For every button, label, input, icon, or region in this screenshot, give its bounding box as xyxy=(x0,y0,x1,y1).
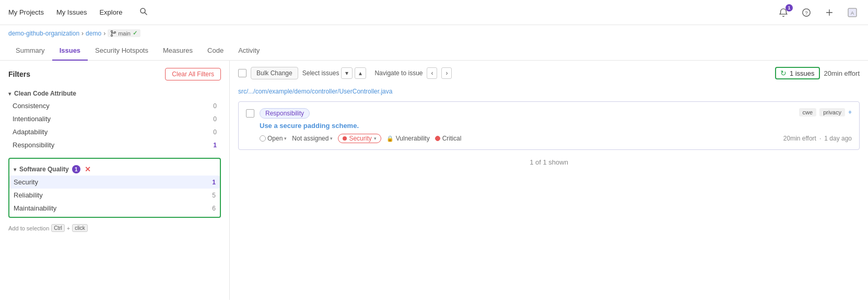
issue-checkbox[interactable] xyxy=(246,109,254,118)
navigate-label: Navigate to issue xyxy=(374,69,423,77)
user-avatar[interactable]: A xyxy=(845,5,860,20)
clean-code-section-label: Clean Code Attribute xyxy=(14,90,76,97)
issue-meta: Open ▾ Not assigned ▾ Security ▾ 🔒 Vulne… xyxy=(246,134,852,143)
issue-meta-right: 20min effort · 1 day ago xyxy=(783,135,852,142)
filter-item-label: Security xyxy=(14,178,38,186)
issue-card-top: Responsibility cwe privacy + xyxy=(246,108,852,119)
status-dot-icon xyxy=(260,135,266,142)
issue-vulnerability: 🔒 Vulnerability xyxy=(386,135,430,142)
click-key: click xyxy=(72,224,87,232)
filter-item-label: Maintainability xyxy=(14,204,56,212)
severity-label: Critical xyxy=(442,135,462,142)
filter-item-count: 1 xyxy=(212,179,216,186)
tab-summary[interactable]: Summary xyxy=(8,41,52,61)
filter-item-count: 6 xyxy=(212,205,216,212)
software-quality-section-label: Software Quality xyxy=(19,166,69,173)
nav-my-projects[interactable]: My Projects xyxy=(8,8,44,16)
issue-title[interactable]: Use a secure padding scheme. xyxy=(246,122,852,130)
filters-title: Filters xyxy=(8,70,30,78)
select-up-button[interactable]: ▴ xyxy=(355,67,366,79)
content-area: Bulk Change Select issues ▾ ▴ Navigate t… xyxy=(230,61,868,300)
filter-item-consistency[interactable]: Consistency 0 xyxy=(8,99,221,112)
issue-status[interactable]: Open ▾ xyxy=(260,135,287,142)
issue-card: Responsibility cwe privacy + Use a secur… xyxy=(238,101,860,150)
breadcrumb: demo-github-organization › demo › main ✓ xyxy=(0,25,868,41)
top-nav-left: My Projects My Issues Explore xyxy=(8,7,148,17)
select-all-checkbox[interactable] xyxy=(238,69,247,77)
filter-item-responsibility[interactable]: Responsibility 1 xyxy=(8,138,221,152)
notification-count: 1 xyxy=(785,4,793,11)
issue-security-badge[interactable]: Security ▾ xyxy=(338,134,381,143)
issue-tags-right: cwe privacy + xyxy=(799,108,852,116)
bulk-change-button[interactable]: Bulk Change xyxy=(251,67,298,79)
filter-item-label: Reliability xyxy=(14,191,43,199)
filter-item-label: Adaptability xyxy=(13,128,48,136)
svg-line-1 xyxy=(145,13,147,15)
issue-responsibility-tag[interactable]: Responsibility xyxy=(260,108,310,119)
tab-code[interactable]: Code xyxy=(200,41,231,61)
file-path[interactable]: src/.../com/example/demo/controller/User… xyxy=(238,86,860,97)
clean-code-section-header[interactable]: ▾ Clean Code Attribute xyxy=(8,86,221,99)
filter-item-label: Consistency xyxy=(13,102,50,110)
issues-count-text: 1 issues xyxy=(790,69,815,77)
security-chevron-icon: ▾ xyxy=(374,136,377,141)
notification-bell[interactable]: 1 xyxy=(776,5,791,20)
filter-item-maintainability[interactable]: Maintainability 6 xyxy=(9,202,220,215)
sidebar: Filters Clear All Filters ▾ Clean Code A… xyxy=(0,61,230,300)
top-nav: My Projects My Issues Explore 1 ? A xyxy=(0,0,868,25)
assigned-chevron-icon: ▾ xyxy=(330,136,333,141)
clear-all-filters-button[interactable]: Clear All Filters xyxy=(165,68,221,80)
issues-count-badge: ↻ 1 issues xyxy=(775,67,820,79)
nav-my-issues[interactable]: My Issues xyxy=(56,8,87,16)
filter-item-count: 0 xyxy=(213,129,217,136)
tag-cwe[interactable]: cwe xyxy=(799,108,817,116)
software-quality-clear-icon[interactable]: ✕ xyxy=(85,166,91,173)
filter-item-reliability[interactable]: Reliability 5 xyxy=(9,189,220,202)
filters-header: Filters Clear All Filters xyxy=(0,61,229,86)
branch-check-icon: ✓ xyxy=(133,30,137,37)
filter-item-count: 5 xyxy=(212,192,216,199)
tab-security-hotspots[interactable]: Security Hotspots xyxy=(88,41,156,61)
nav-explore[interactable]: Explore xyxy=(99,8,122,16)
software-quality-section: ▾ Software Quality 1 ✕ Security 1 Reliab… xyxy=(8,158,221,218)
breadcrumb-org[interactable]: demo-github-organization xyxy=(8,30,79,37)
branch-badge: main ✓ xyxy=(108,29,140,37)
clean-code-section: ▾ Clean Code Attribute Consistency 0 Int… xyxy=(0,86,229,156)
content-toolbar: Bulk Change Select issues ▾ ▴ Navigate t… xyxy=(238,67,860,79)
tag-privacy[interactable]: privacy xyxy=(819,108,845,116)
svg-point-9 xyxy=(111,34,113,36)
tab-measures[interactable]: Measures xyxy=(156,41,200,61)
issue-assigned-label: Not assigned xyxy=(292,135,329,142)
select-issues-wrap: Select issues ▾ ▴ xyxy=(302,67,367,79)
refresh-icon[interactable]: ↻ xyxy=(780,69,787,77)
filter-item-label: Responsibility xyxy=(13,141,54,149)
effort-text: 20min effort xyxy=(824,69,860,77)
main-layout: Filters Clear All Filters ▾ Clean Code A… xyxy=(0,61,868,300)
filter-item-count: 0 xyxy=(213,115,217,123)
tab-activity[interactable]: Activity xyxy=(231,41,267,61)
tag-more[interactable]: + xyxy=(848,109,852,116)
help-icon[interactable]: ? xyxy=(799,5,814,20)
select-down-button[interactable]: ▾ xyxy=(341,67,353,79)
status-chevron-icon: ▾ xyxy=(284,136,287,141)
svg-text:?: ? xyxy=(805,10,808,16)
add-selection-hint: Add to selection Ctrl + click xyxy=(0,220,229,236)
issue-assigned[interactable]: Not assigned ▾ xyxy=(292,135,333,142)
tab-issues[interactable]: Issues xyxy=(52,41,88,61)
filter-item-count: 0 xyxy=(213,102,217,110)
search-icon[interactable] xyxy=(139,7,148,17)
top-nav-right: 1 ? A xyxy=(776,5,860,20)
issue-severity: Critical xyxy=(435,135,462,142)
filter-item-adaptability[interactable]: Adaptability 0 xyxy=(8,125,221,138)
software-quality-section-header[interactable]: ▾ Software Quality 1 ✕ xyxy=(9,161,220,176)
filter-item-intentionality[interactable]: Intentionality 0 xyxy=(8,112,221,125)
chevron-down-icon: ▾ xyxy=(8,91,11,97)
navigate-next-button[interactable]: › xyxy=(441,67,452,79)
filter-item-security[interactable]: Security 1 xyxy=(9,176,220,189)
breadcrumb-repo[interactable]: demo xyxy=(86,30,101,37)
add-icon[interactable] xyxy=(822,5,837,20)
select-issues-label: Select issues xyxy=(302,69,339,77)
navigate-prev-button[interactable]: ‹ xyxy=(427,67,437,79)
software-quality-count: 1 xyxy=(72,165,80,173)
filter-item-label: Intentionality xyxy=(13,115,51,123)
